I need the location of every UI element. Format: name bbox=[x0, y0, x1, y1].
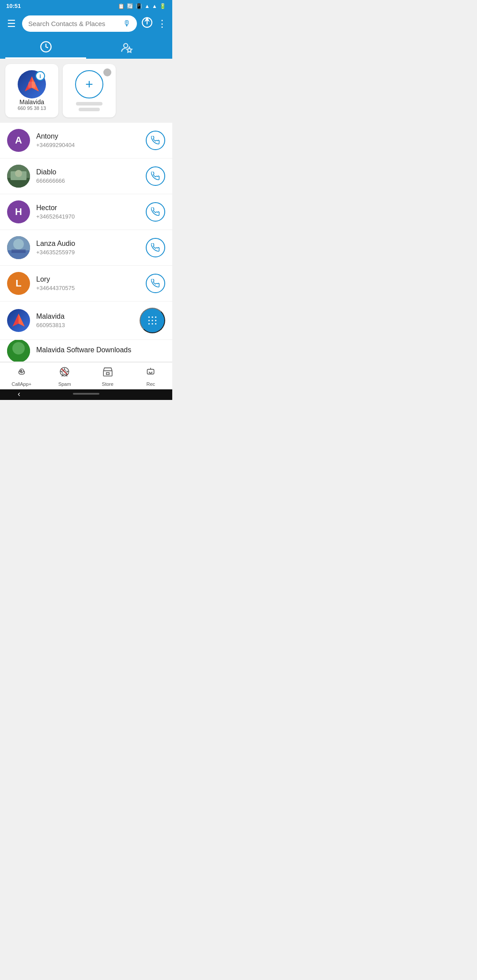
avatar-antony: A bbox=[7, 129, 30, 152]
contact-number-hector: +34652641970 bbox=[36, 213, 140, 220]
contact-name-lanza-audio: Lanza Audio bbox=[36, 240, 140, 248]
svg-rect-7 bbox=[28, 82, 35, 88]
svg-text:+: + bbox=[20, 369, 23, 373]
search-input[interactable] bbox=[28, 20, 119, 27]
contacts-list: A Antony +34699290404 Diablo 666666666 bbox=[0, 123, 172, 362]
info-badge[interactable]: i bbox=[35, 71, 45, 81]
diablo-photo bbox=[7, 165, 30, 188]
gray-dot bbox=[103, 68, 111, 76]
signal-icon: ▲ bbox=[152, 3, 157, 9]
wifi-icon: ▲ bbox=[144, 3, 150, 9]
contact-item-antony[interactable]: A Antony +34699290404 bbox=[0, 123, 172, 158]
contact-info-lory: Lory +34644370575 bbox=[36, 275, 140, 291]
contact-number-lory: +34644370575 bbox=[36, 285, 140, 291]
contact-item-lanza-audio[interactable]: Lanza Audio +34635255979 bbox=[0, 230, 172, 266]
call-button-diablo[interactable] bbox=[146, 166, 165, 186]
callapp-svg: + bbox=[16, 366, 27, 377]
nav-spam[interactable]: Spam bbox=[43, 362, 87, 389]
nav-store[interactable]: Store bbox=[86, 362, 129, 389]
tab-recents[interactable] bbox=[5, 36, 86, 59]
tabs bbox=[5, 36, 167, 59]
nav-label-rec: Rec bbox=[146, 381, 155, 387]
contact-name-malavida-software: Malavida Software Downloads bbox=[36, 346, 165, 354]
avatar-lory: L bbox=[7, 272, 30, 295]
add-placeholder-lines bbox=[76, 102, 102, 111]
avatar-malavida-software bbox=[7, 340, 30, 362]
svg-point-24 bbox=[148, 323, 150, 324]
contact-number-lanza-audio: +34635255979 bbox=[36, 249, 140, 256]
contact-item-malavida-software[interactable]: Malavida Software Downloads bbox=[0, 340, 172, 362]
store-icon bbox=[102, 366, 114, 380]
lanza-photo bbox=[7, 236, 30, 259]
contact-info-lanza-audio: Lanza Audio +34635255979 bbox=[36, 240, 140, 256]
search-bar[interactable]: 🎙 bbox=[22, 15, 137, 32]
nav-callapp[interactable]: + CallApp+ bbox=[0, 362, 43, 389]
rocket-button[interactable] bbox=[141, 17, 153, 31]
add-favorite-card[interactable]: + bbox=[63, 64, 116, 117]
menu-button[interactable]: ☰ bbox=[5, 16, 18, 31]
phone-icon-diablo bbox=[151, 172, 160, 181]
svg-point-25 bbox=[151, 323, 153, 324]
fav-name-malavida: Malavida bbox=[19, 98, 44, 106]
avatar-lanza-audio bbox=[7, 236, 30, 259]
avatar-malavida bbox=[7, 309, 30, 332]
fav-number-malavida: 660 95 38 13 bbox=[18, 106, 46, 111]
back-arrow[interactable]: ‹ bbox=[18, 389, 20, 399]
header: ☰ 🎙 ⋮ bbox=[0, 12, 172, 59]
gesture-nav-bar: ‹ bbox=[0, 389, 172, 400]
phone-icon bbox=[151, 136, 160, 145]
contact-item-malavida[interactable]: Malavida 660953813 bbox=[0, 302, 172, 340]
svg-point-19 bbox=[151, 317, 153, 318]
svg-point-22 bbox=[151, 320, 153, 321]
svg-point-28 bbox=[12, 342, 25, 354]
bottom-nav: + CallApp+ Spam Store bbox=[0, 362, 172, 389]
contact-name-antony: Antony bbox=[36, 132, 140, 140]
nav-rec[interactable]: Rec bbox=[129, 362, 173, 389]
callapp-icon: + bbox=[16, 366, 27, 380]
add-line-1 bbox=[76, 102, 102, 106]
contact-number-diablo: 666666666 bbox=[36, 177, 140, 184]
nav-label-store: Store bbox=[102, 381, 114, 387]
clock-icon bbox=[40, 41, 52, 53]
add-circle-button[interactable]: + bbox=[75, 70, 103, 98]
contact-name-lory: Lory bbox=[36, 275, 140, 283]
svg-marker-17 bbox=[19, 313, 25, 326]
spam-icon bbox=[59, 366, 70, 380]
contact-number-antony: +34699290404 bbox=[36, 142, 140, 148]
dialpad-fab-button[interactable] bbox=[140, 308, 165, 333]
mic-icon[interactable]: 🎙 bbox=[123, 19, 131, 28]
svg-rect-15 bbox=[11, 249, 26, 253]
call-button-lanza-audio[interactable] bbox=[146, 238, 165, 257]
avatar-diablo bbox=[7, 165, 30, 188]
malavida-software-photo bbox=[7, 340, 30, 362]
contact-item-diablo[interactable]: Diablo 666666666 bbox=[0, 158, 172, 194]
contact-item-hector[interactable]: H Hector +34652641970 bbox=[0, 194, 172, 230]
favorite-card-malavida[interactable]: i Malavida 660 95 38 13 bbox=[5, 64, 58, 117]
battery-icon: 🔋 bbox=[159, 3, 166, 9]
call-button-lory[interactable] bbox=[146, 274, 165, 293]
status-icons: 📋 🔄 📳 ▲ ▲ 🔋 bbox=[118, 3, 166, 9]
contact-name-malavida: Malavida bbox=[36, 313, 133, 320]
svg-point-26 bbox=[155, 323, 156, 324]
contact-info-malavida-software: Malavida Software Downloads bbox=[36, 346, 165, 355]
contact-info-diablo: Diablo 666666666 bbox=[36, 168, 140, 184]
rec-icon bbox=[145, 366, 156, 380]
vibrate-icon: 📳 bbox=[136, 3, 142, 9]
contact-name-hector: Hector bbox=[36, 204, 140, 212]
svg-point-20 bbox=[155, 317, 156, 318]
call-button-hector[interactable] bbox=[146, 202, 165, 222]
svg-point-14 bbox=[13, 239, 24, 249]
contact-item-lory[interactable]: L Lory +34644370575 bbox=[0, 266, 172, 302]
call-button-antony[interactable] bbox=[146, 131, 165, 150]
tab-favorites[interactable] bbox=[86, 36, 167, 59]
nav-label-spam: Spam bbox=[58, 381, 71, 387]
dialpad-icon bbox=[147, 315, 158, 326]
contact-name-diablo: Diablo bbox=[36, 168, 140, 176]
contact-info-antony: Antony +34699290404 bbox=[36, 132, 140, 148]
more-options-button[interactable]: ⋮ bbox=[157, 18, 167, 30]
phone-icon-lanza bbox=[151, 243, 160, 252]
svg-point-3 bbox=[124, 43, 128, 47]
rec-svg bbox=[145, 366, 156, 377]
sync-icon: 🔄 bbox=[127, 3, 133, 9]
svg-point-21 bbox=[148, 320, 150, 321]
